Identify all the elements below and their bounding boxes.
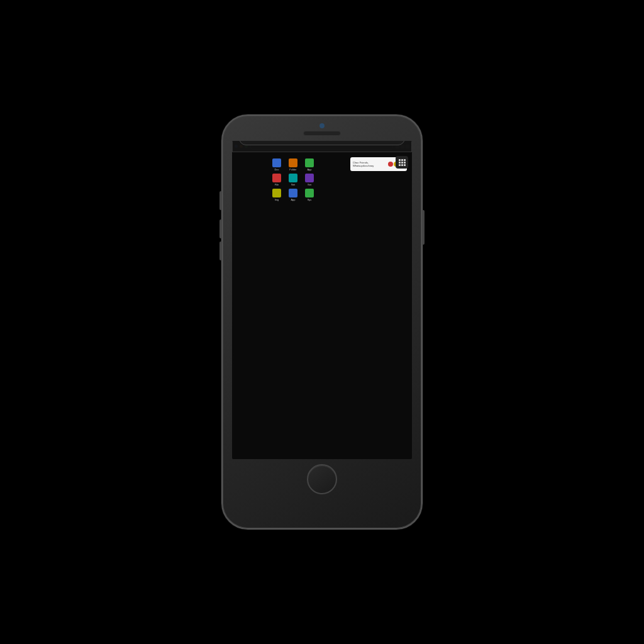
notif-close-btn[interactable] bbox=[388, 162, 393, 167]
full-control-status-bar[interactable]: Full Control is OFF bbox=[239, 141, 405, 145]
notification-text: Chao Friends, Whatsupdocuhnay bbox=[353, 161, 387, 167]
icon-img-2 bbox=[289, 158, 297, 167]
grid-dot-3 bbox=[404, 159, 406, 161]
grid-dot-1 bbox=[399, 159, 401, 161]
home-button[interactable] bbox=[307, 464, 337, 494]
icon-label-8: App bbox=[291, 198, 295, 201]
grid-dot-5 bbox=[401, 162, 403, 164]
phone-screen: Doc Folder App File Net bbox=[232, 141, 412, 459]
screen-menu-button[interactable] bbox=[396, 156, 408, 169]
desktop-icon-3[interactable]: App bbox=[303, 158, 316, 171]
icon-label-2: Folder bbox=[289, 168, 296, 171]
front-camera bbox=[319, 123, 325, 128]
desktop-icon-7[interactable]: Img bbox=[270, 189, 284, 201]
icon-img-7 bbox=[272, 189, 281, 197]
grid-dot-6 bbox=[404, 162, 406, 164]
icon-img-6 bbox=[305, 174, 314, 182]
icon-img-8 bbox=[289, 189, 297, 197]
icon-img-5 bbox=[289, 174, 297, 182]
grid-dot-4 bbox=[399, 162, 401, 164]
icon-label-6: Set bbox=[308, 183, 311, 186]
phone-top bbox=[223, 116, 421, 136]
icon-label-9: Sys bbox=[308, 198, 312, 201]
icon-label-1: Doc bbox=[274, 168, 279, 171]
desktop-icon-1[interactable]: Doc bbox=[270, 158, 284, 171]
grid-dot-7 bbox=[399, 164, 401, 166]
desktop-icon-8[interactable]: App bbox=[286, 189, 300, 201]
icon-img-4 bbox=[272, 174, 281, 182]
desktop-icon-4[interactable]: File bbox=[270, 174, 284, 186]
action-panel: Quick bbox=[232, 141, 412, 152]
icon-label-3: App bbox=[307, 168, 311, 171]
icon-label-5: Net bbox=[291, 183, 295, 186]
grid-dots-icon bbox=[399, 159, 406, 166]
desktop-icon-2[interactable]: Folder bbox=[286, 158, 300, 171]
phone-shell: Doc Folder App File Net bbox=[221, 114, 423, 530]
grid-dot-2 bbox=[401, 159, 403, 161]
grid-dot-8 bbox=[401, 164, 403, 166]
speaker-grille bbox=[303, 131, 341, 136]
desktop-icon-5[interactable]: Net bbox=[286, 174, 300, 186]
icon-img-1 bbox=[272, 158, 281, 167]
icon-img-3 bbox=[305, 158, 314, 167]
grid-dot-9 bbox=[404, 164, 406, 166]
icon-img-9 bbox=[305, 189, 314, 197]
icon-label-7: Img bbox=[275, 198, 279, 201]
desktop-icon-9[interactable]: Sys bbox=[303, 189, 316, 201]
icon-label-4: File bbox=[275, 183, 279, 186]
full-control-text: Full Control is OFF bbox=[293, 141, 351, 142]
desktop-icons-grid: Doc Folder App File Net bbox=[270, 158, 316, 201]
desktop-icon-6[interactable]: Set bbox=[303, 174, 316, 186]
